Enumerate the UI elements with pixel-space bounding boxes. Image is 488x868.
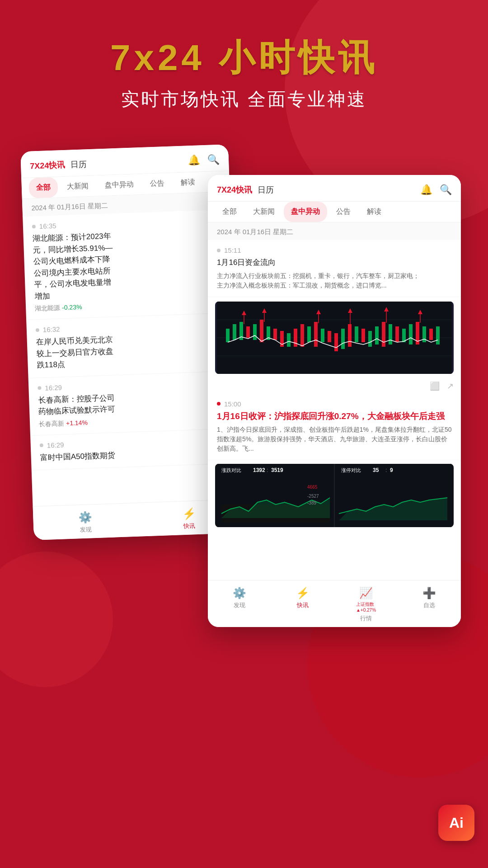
bar-watchlist-front[interactable]: ➕ 自选 bbox=[398, 580, 461, 627]
svg-rect-16 bbox=[307, 326, 311, 342]
date-label-front: 2024 年 01月16日 星期二 bbox=[208, 222, 461, 240]
front-time-dot-1 bbox=[217, 249, 221, 252]
time-dot-4 bbox=[40, 443, 43, 447]
svg-text:涨跌对比: 涨跌对比 bbox=[221, 467, 241, 473]
svg-rect-18 bbox=[321, 329, 324, 342]
ai-fab-label: Ai bbox=[449, 815, 464, 831]
chart-share-icon[interactable]: ⬜ bbox=[430, 381, 440, 391]
bar-discover-label-front: 发现 bbox=[234, 601, 245, 609]
chart-expand-icon[interactable]: ↗ bbox=[447, 381, 454, 391]
chart1-actions: ⬜ ↗ bbox=[208, 378, 461, 394]
card-front-header-title: 7X24快讯 日历 bbox=[217, 184, 420, 195]
svg-rect-11 bbox=[273, 329, 277, 340]
time-dot-2 bbox=[36, 328, 39, 332]
svg-rect-22 bbox=[348, 324, 352, 347]
svg-rect-27 bbox=[382, 322, 385, 347]
cal-label-front: 日历 bbox=[258, 184, 274, 195]
svg-text:3519: 3519 bbox=[271, 467, 283, 473]
chart-2: 涨跌对比 1392 : 3519 涨停对比 35 : 9 4665 -2527 bbox=[215, 464, 454, 527]
svg-rect-28 bbox=[389, 324, 392, 344]
svg-rect-15 bbox=[300, 324, 304, 347]
card-front-tabs: 全部 大新闻 盘中异动 公告 解读 bbox=[208, 202, 461, 222]
svg-rect-23 bbox=[355, 326, 358, 342]
card-back-header-title: 7X24快讯 日历 bbox=[30, 155, 188, 171]
svg-text:9: 9 bbox=[390, 467, 393, 473]
front-time-dot-2 bbox=[217, 402, 221, 406]
front-news-title-1: 1月16日资金流向 bbox=[217, 257, 452, 269]
tab-market-back[interactable]: 盘中异动 bbox=[97, 174, 141, 196]
chart-1 bbox=[215, 302, 454, 374]
tab-all-front[interactable]: 全部 bbox=[215, 202, 244, 222]
news-item-3: 16:29 长春高新：控股子公司药物临床试验默示许可 长春高新 +1.14% bbox=[28, 371, 238, 435]
search-icon-front[interactable]: 🔍 bbox=[440, 184, 452, 196]
tab-news-back[interactable]: 大新闻 bbox=[59, 176, 96, 198]
tab-all-back[interactable]: 全部 bbox=[28, 177, 58, 198]
header-icons-front: 🔔 🔍 bbox=[420, 184, 452, 196]
front-big-news-title-2: 1月16日收评：沪指探底回升涨0.27%，大金融板块午后走强 bbox=[217, 410, 452, 423]
front-news-time-2: 15:00 bbox=[217, 400, 452, 408]
cal-label-back: 日历 bbox=[70, 159, 87, 170]
svg-rect-4 bbox=[226, 329, 230, 342]
svg-rect-29 bbox=[395, 326, 399, 342]
svg-rect-30 bbox=[402, 329, 406, 342]
ai-fab-button[interactable]: Ai bbox=[438, 805, 474, 841]
bar-discover-label-back: 发现 bbox=[80, 525, 92, 534]
brand-label-front: 7X24快讯 bbox=[217, 184, 252, 195]
news-title-2: 在岸人民币兑美元北京较上一交易日官方收盘跌118点 bbox=[36, 330, 226, 371]
bar-discover-front[interactable]: ⚙️ 发现 bbox=[208, 580, 271, 627]
bar-discover-back[interactable]: ⚙️ 发现 bbox=[33, 503, 138, 540]
time-dot-1 bbox=[32, 225, 36, 228]
svg-rect-21 bbox=[341, 329, 345, 349]
tab-market-front[interactable]: 盘中异动 bbox=[284, 202, 327, 222]
hero-subtitle: 实时市场快讯 全面专业神速 bbox=[18, 87, 470, 112]
tab-notice-back[interactable]: 公告 bbox=[142, 173, 172, 194]
search-icon-back[interactable]: 🔍 bbox=[207, 154, 220, 166]
svg-rect-9 bbox=[260, 320, 263, 342]
svg-rect-25 bbox=[368, 331, 372, 347]
hero-section: 7x24 小时快讯 实时市场快讯 全面专业神速 bbox=[0, 0, 488, 130]
svg-rect-20 bbox=[334, 333, 338, 351]
time-dot-3 bbox=[38, 386, 41, 390]
news-item-2: 16:32 在岸人民币兑美元北京较上一交易日官方收盘跌118点 bbox=[26, 313, 236, 378]
brand-label-back: 7X24快讯 bbox=[30, 160, 66, 172]
cards-area: 7X24快讯 日历 🔔 🔍 全部 大新闻 盘中异动 公告 解读 2024 年 0… bbox=[27, 148, 461, 645]
watchlist-icon-front: ➕ bbox=[422, 587, 436, 599]
notification-icon-back[interactable]: 🔔 bbox=[188, 154, 201, 166]
svg-rect-24 bbox=[361, 329, 365, 342]
bar-market-front[interactable]: 📈 上证指数▲+0.27% 行情 bbox=[334, 580, 398, 627]
news-item-1: 16:35 湖北能源：预计2023年元，同比增长35.91%—公司火电燃料成本下… bbox=[23, 209, 234, 320]
svg-text:涨停对比: 涨停对比 bbox=[341, 467, 361, 473]
discover-icon-front: ⚙️ bbox=[233, 587, 246, 599]
bar-flash-label-front: 快讯 bbox=[297, 601, 309, 609]
front-news-desc-1: 主力净流入行业板块前五：挖掘机，重卡，银行，汽车整车，厨卫家电； 主力净流入概念… bbox=[217, 271, 452, 290]
svg-rect-26 bbox=[375, 326, 379, 344]
tab-news-front[interactable]: 大新闻 bbox=[246, 202, 282, 222]
svg-text:-2527: -2527 bbox=[307, 494, 319, 499]
svg-rect-5 bbox=[233, 324, 236, 340]
card-front-bottom-bar: ⚙️ 发现 ⚡ 快讯 📈 上证指数▲+0.27% 行情 ➕ 自选 bbox=[208, 580, 461, 627]
tab-read-front[interactable]: 解读 bbox=[360, 202, 389, 222]
svg-text:1392: 1392 bbox=[253, 467, 265, 473]
market-sub-front: 上证指数▲+0.27% bbox=[356, 601, 376, 613]
svg-rect-19 bbox=[328, 331, 331, 342]
bar-flash-front[interactable]: ⚡ 快讯 bbox=[271, 580, 334, 627]
bar-watchlist-label-front: 自选 bbox=[423, 601, 435, 609]
tab-read-back[interactable]: 解读 bbox=[173, 172, 203, 193]
svg-rect-13 bbox=[287, 333, 291, 347]
bar-market-label-front: 行情 bbox=[360, 614, 372, 623]
svg-text::: : bbox=[385, 467, 387, 473]
notification-icon-front[interactable]: 🔔 bbox=[420, 184, 432, 196]
tab-notice-front[interactable]: 公告 bbox=[329, 202, 358, 222]
svg-rect-31 bbox=[409, 324, 413, 344]
market-icon-front: 📈 bbox=[359, 587, 373, 599]
svg-text:4665: 4665 bbox=[307, 485, 318, 490]
card-front: 7X24快讯 日历 🔔 🔍 全部 大新闻 盘中异动 公告 解读 2024 年 0… bbox=[208, 175, 461, 627]
hero-title: 7x24 小时快讯 bbox=[18, 36, 470, 80]
flash-icon-front: ⚡ bbox=[296, 587, 310, 599]
stock-3: 长春高新 +1.14% bbox=[39, 419, 88, 429]
svg-text::: : bbox=[267, 467, 268, 473]
svg-rect-7 bbox=[246, 326, 250, 338]
svg-rect-34 bbox=[429, 329, 433, 340]
stock-1: 湖北能源 -0.23% bbox=[35, 303, 82, 313]
front-news-item-2: 15:00 1月16日收评：沪指探底回升涨0.27%，大金融板块午后走强 1、沪… bbox=[208, 394, 461, 461]
